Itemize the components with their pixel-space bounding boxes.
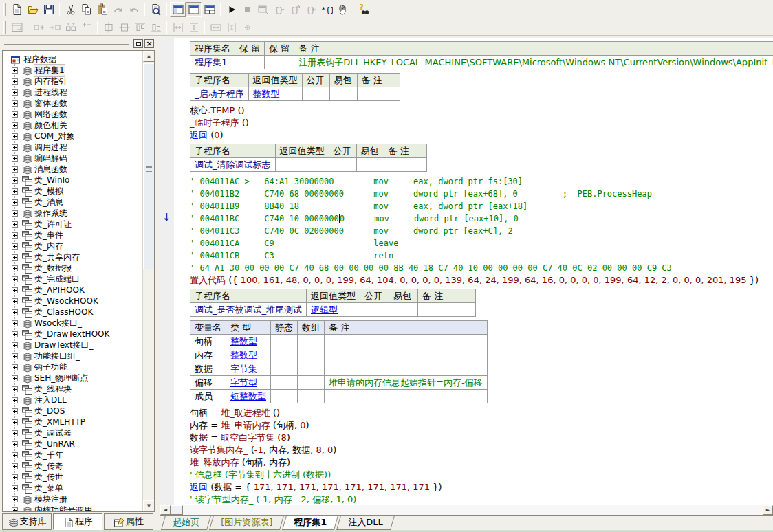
expand-plus-icon[interactable] [12,364,18,370]
table-cell[interactable] [384,158,426,172]
save-button[interactable] [41,2,56,17]
table-cell[interactable]: _启动子程序 [190,87,249,101]
tree-item[interactable]: 内核功能号调用 [3,505,142,511]
run-button[interactable] [224,2,239,17]
tree-item[interactable]: 类_模拟 [3,186,142,197]
tree-item[interactable]: 编码解码 [3,153,142,164]
expand-plus-icon[interactable] [12,430,18,436]
document-tab[interactable]: 起始页 [161,516,211,530]
table-cell[interactable] [302,87,329,101]
type-link[interactable]: 逻辑型 [311,304,338,315]
table-cell[interactable]: 字节型 [226,376,271,390]
tree-item[interactable]: 类_XMLHTTP [3,417,142,428]
run-to-cursor-button[interactable] [318,2,334,17]
expand-plus-icon[interactable] [12,408,18,414]
scroll-right-button[interactable] [763,505,773,515]
tree-item[interactable]: 类_UnRAR [3,439,142,450]
expand-plus-icon[interactable] [12,309,18,315]
tree-item[interactable]: 类_消息 [3,197,142,208]
expand-plus-icon[interactable] [12,375,18,381]
expand-plus-icon[interactable] [12,78,18,85]
toolbar-grip[interactable] [3,21,6,34]
expand-plus-icon[interactable] [12,155,18,162]
expand-plus-icon[interactable] [12,111,18,118]
table-cell[interactable]: 偏移 [190,376,226,390]
table-cell[interactable] [275,158,329,172]
view-window-button[interactable] [186,2,202,17]
tree-item[interactable]: 消息函数 [3,164,142,175]
tree-item[interactable]: 类_DOS [3,406,142,417]
expand-plus-icon[interactable] [12,100,18,107]
table-cell[interactable] [271,376,298,390]
table-cell[interactable] [325,362,488,376]
tree-item[interactable]: 类_许可证 [3,219,142,230]
table-cell[interactable] [298,335,325,348]
panel-restore-button[interactable] [133,39,143,48]
tree-scrollbar[interactable] [142,51,154,511]
expand-plus-icon[interactable] [12,221,18,228]
code-editor[interactable]: ↓ 程序集名保 留保 留备 注程序集1注册表钩子DLL HKEY_LOCAL_M… [160,38,773,505]
tree-item[interactable]: 功能接口组_ [3,351,142,362]
table-cell[interactable]: 字节集 [226,362,271,376]
tree-item[interactable]: 颜色相关 [3,120,142,131]
tree-item[interactable]: 类_完成端口 [3,274,142,285]
copy-button[interactable] [78,2,94,17]
view-program-button[interactable] [170,2,186,17]
type-link[interactable]: 字节集 [230,364,257,374]
tree-item[interactable]: SEH_物理断点 [3,373,142,384]
tree-item[interactable]: 窗体函数 [3,98,142,109]
tree-item[interactable]: 类_数据报 [3,263,142,274]
expand-plus-icon[interactable] [12,507,18,512]
table-cell[interactable] [235,56,265,69]
table-cell[interactable] [298,376,325,390]
type-link[interactable]: 字节型 [230,377,257,388]
type-link[interactable]: 整数型 [230,336,257,346]
table-cell[interactable]: 注册表钩子DLL HKEY_LOCAL_MACHINE\SOFTWARE\Mic… [294,56,773,69]
tree-item[interactable]: 类_调试器 [3,428,142,439]
tree-item[interactable]: 类_事件 [3,230,142,241]
panel-tab[interactable]: 属性 [104,513,153,530]
type-link[interactable]: 整数型 [230,350,257,360]
table-cell[interactable]: 调试_是否被调试_堆尾测试 [190,303,307,317]
table-cell[interactable] [356,158,384,172]
table-cell[interactable] [357,87,400,101]
tree-item[interactable]: 模块注册 [3,494,142,505]
tree-item[interactable]: 内存指针 [3,76,142,87]
panel-tab[interactable]: 程序 [53,513,102,530]
tree-item[interactable]: 类_传世 [3,472,142,483]
scroll-down-button[interactable] [143,500,155,511]
table-cell[interactable]: 数据 [190,362,226,376]
table-cell[interactable]: 调试_清除调试标志 [190,158,276,172]
scroll-left-button[interactable] [160,505,171,515]
table-cell[interactable] [325,335,488,348]
expand-plus-icon[interactable] [12,166,18,173]
table-cell[interactable]: 逻辑型 [307,303,360,317]
panel-drag-grip[interactable] [4,43,129,45]
tree-item[interactable]: 类_DrawTextHOOK [3,329,142,340]
table-cell[interactable] [329,158,356,172]
tree-item[interactable]: 操作系统 [3,208,142,219]
table-cell[interactable] [418,303,476,317]
expand-plus-icon[interactable] [12,397,18,403]
hscrollbar-thumb[interactable] [171,505,183,515]
tree-item[interactable]: 程序集1 [3,65,142,76]
expand-plus-icon[interactable] [12,474,18,480]
expand-plus-icon[interactable] [12,496,18,502]
paste-button[interactable] [94,2,110,17]
expand-plus-icon[interactable] [12,243,18,250]
expand-plus-icon[interactable] [12,452,18,458]
toolbar-grip[interactable] [3,3,6,16]
tree-item[interactable]: 注入DLL [3,395,142,406]
expand-plus-icon[interactable] [12,133,18,140]
table-cell[interactable]: 内存 [190,348,226,362]
tree-item[interactable]: 类_WsockHOOK [3,296,142,307]
table-cell[interactable]: 程序集1 [190,56,235,69]
expand-plus-icon[interactable] [12,331,18,337]
tree-item[interactable]: 类_内存 [3,241,142,252]
expand-plus-icon[interactable] [12,232,18,239]
expand-plus-icon[interactable] [12,441,18,447]
table-cell[interactable] [298,390,325,403]
expand-plus-icon[interactable] [12,463,18,469]
hscrollbar-track[interactable] [183,505,763,515]
table-cell[interactable] [271,390,298,403]
